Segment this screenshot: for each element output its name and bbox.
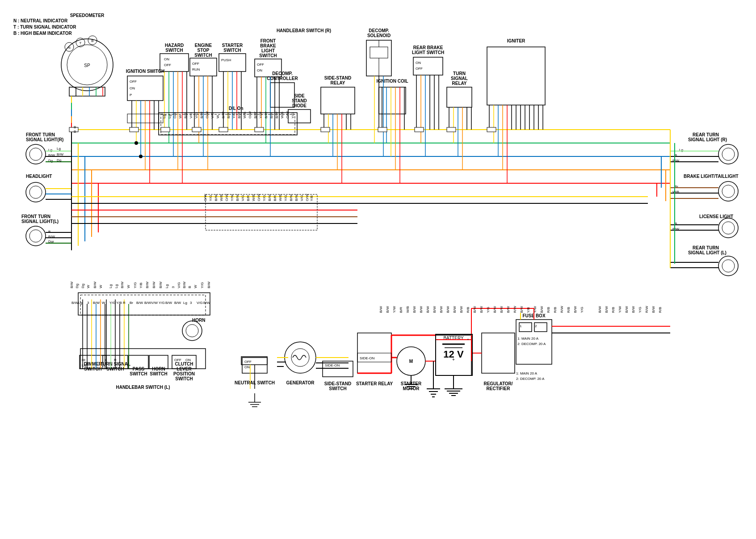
wire-label-yg: Y/G [109, 301, 116, 305]
wire-r-10: V/G [210, 112, 214, 118]
wire-vert-13: B/W [145, 281, 149, 288]
wire-vert-14: B/W [152, 281, 156, 288]
right-wire-11: B/W [446, 306, 450, 313]
mid-wire-18: B/W [294, 194, 298, 201]
front-turn-l-label: FRONT TURN [21, 214, 50, 219]
clutch-off: OFF [174, 358, 181, 362]
t-indicator: T [80, 41, 82, 45]
svg-rect-218 [192, 127, 201, 132]
decomp-solenoid-label2: SOLENOID [367, 33, 391, 38]
wire-label-b: B/W [71, 301, 79, 305]
right-wire-26: R/B [546, 307, 550, 313]
pass-switch-label2: SWITCH [130, 371, 147, 376]
wire-r-20: B/W [264, 111, 268, 118]
right-wire-14: R/B [466, 307, 470, 313]
starter-push: PUSH [221, 58, 231, 62]
far-right-8: R/W [645, 306, 649, 313]
legend-t: T : TURN SIGNAL INDICATOR [13, 25, 76, 29]
wire-r-11: W [216, 115, 220, 118]
far-right-2: B/W [605, 306, 609, 313]
wire-r-21: B/R [269, 112, 273, 118]
mid-wire-13: B/W [268, 194, 272, 201]
mid-wire-7: B/W [235, 194, 239, 201]
wire-r-16: W/B [243, 112, 247, 118]
wire-r-2: Lg [168, 114, 172, 118]
front-turn-r-label2: SIGNAL LIGHT(R) [26, 137, 63, 142]
mid-wire-21: Y/B [310, 195, 314, 201]
pos-label: + [467, 337, 469, 341]
decomp-solenoid-label: DECOMP. [369, 28, 389, 33]
decomp-ctrl-label2: CONTROLLER [267, 76, 298, 81]
wire-r-5: B/R [184, 112, 188, 118]
far-right-3: R/B [611, 307, 615, 313]
wire-vert-19: B/W [182, 281, 186, 288]
mid-wire-14: B/R [273, 195, 277, 201]
rear-turn-r-label: REAR TURN [693, 132, 719, 137]
mid-wire-3: B/W [214, 194, 218, 201]
wire-label-bla: B/W [144, 301, 151, 305]
ign-off: OFF [130, 80, 137, 84]
wire-label-v: V/W [151, 301, 158, 305]
wire-label-w: W [102, 301, 105, 305]
wire-vert-12: Y/B [139, 282, 143, 288]
mid-wire-8: V/G [241, 195, 245, 201]
fuse2-desc: 2: DECOMP. 20 A [517, 342, 546, 346]
mid-wire-19: V/G [300, 195, 304, 201]
far-right-1: B/W [598, 306, 602, 313]
right-wire-25: B/W [540, 306, 544, 313]
wire-dg1: Dg [57, 158, 61, 162]
rear-brake-label: REAR BRAKE [413, 45, 443, 50]
fuse1-label: 1 [520, 324, 522, 328]
svg-rect-222 [378, 127, 387, 132]
wire-vert-9: B/W [120, 281, 124, 288]
neg-label: - [437, 337, 438, 341]
wire-vert-21: W [193, 285, 197, 288]
wire-lg1: Lg [57, 147, 61, 151]
sp-label: SP [84, 63, 90, 68]
side-stand-diode-label2: STAND [292, 98, 307, 103]
wire-label-yw: B/W [174, 301, 181, 305]
clutch-label3: POSITION [173, 371, 195, 376]
mid-wire-16: Y/G [284, 195, 288, 201]
generator-label: GENERATOR [286, 380, 315, 385]
wire-vert-11: Y/G [133, 282, 137, 288]
svg-rect-217 [161, 127, 170, 132]
wire-r-14: Y/G [232, 112, 236, 118]
side-stand-relay-label2: RELAY [331, 80, 345, 85]
side-stand-diode-label: SIDE [294, 93, 305, 98]
far-right-4: Y/W [618, 306, 622, 313]
wire-r-22: B/W [275, 111, 279, 118]
clutch-on: ON [185, 358, 191, 362]
mid-wire-10: W/B [252, 194, 256, 201]
n-indicator: N [68, 46, 71, 50]
wire-vert-16: Lg [165, 284, 169, 288]
mid-wire-1: O/W [203, 194, 207, 201]
right-wire-13: B/W [459, 306, 463, 313]
right-wire-21: R/W [513, 306, 517, 313]
ns-off: OFF [244, 360, 252, 364]
svg-point-180 [134, 141, 138, 145]
right-wire-12: B/W [453, 306, 457, 313]
fuse2-label: 2 [535, 324, 537, 328]
mid-wire-17: B/W [289, 194, 293, 201]
wire-r-24: O/W [286, 111, 290, 118]
rear-brake-on: ON [416, 61, 421, 65]
brake-on: ON [257, 68, 262, 72]
ignition-switch-label: IGNITION SWITCH [126, 69, 165, 74]
wire-vert-20: B [188, 286, 192, 288]
wire-vert-7: Lg [109, 284, 113, 288]
wire-r-6: V/G [189, 112, 193, 118]
wire-label-3: 3 [87, 301, 89, 305]
mid-wire-15: W/B [278, 194, 282, 201]
wire-r-25: Y/G [291, 112, 295, 118]
wire-vert-10: W [126, 285, 130, 288]
right-wire-23: Y/B [526, 307, 530, 313]
far-right-10: R/B [658, 307, 662, 313]
side-stand-relay-label: SIDE-STAND [324, 76, 351, 80]
side-stand-diode-label3: DIODE [292, 103, 307, 108]
wire-r-18: B/W [253, 111, 257, 118]
wire-label-yo: Y/G [159, 301, 165, 305]
right-wire-1: B/W [379, 306, 383, 313]
wire-r-17: O/W [248, 111, 252, 118]
wire-vert-15: B/W [159, 281, 163, 288]
